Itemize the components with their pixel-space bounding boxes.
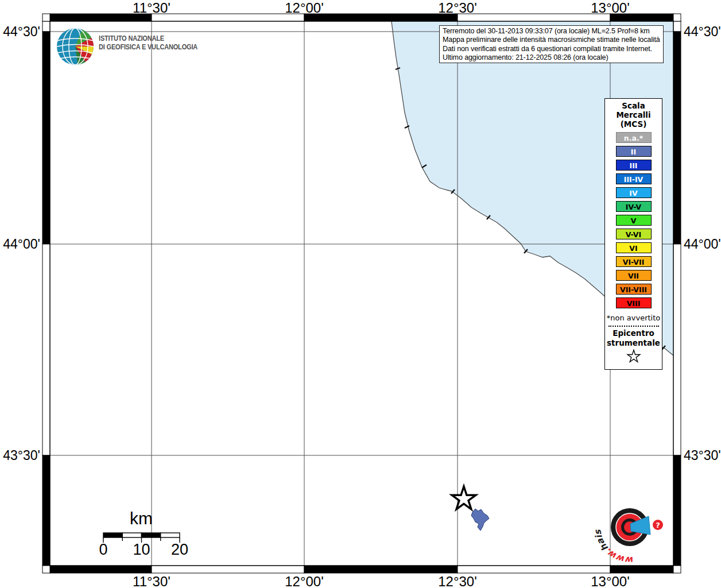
axis-label-top-1: 12°00': [264, 0, 344, 16]
event-info-box: Terremoto del 30-11-2013 09:33:07 (ora l…: [439, 25, 664, 63]
legend-divider: [608, 326, 659, 327]
legend-title-line3: (MCS): [605, 119, 662, 129]
legend-item-na: n.a.*: [616, 132, 652, 143]
axis-label-top-2: 12°30': [417, 0, 498, 16]
epicenter-star: [452, 486, 476, 509]
info-line-data: Dati non verificati estratti da 6 questi…: [443, 45, 660, 53]
legend-epicenter-star-icon: [625, 349, 642, 365]
axis-label-left-2: 43°30': [0, 447, 40, 463]
info-line-map: Mappa preliminare delle intensità macros…: [443, 36, 660, 44]
axis-label-bottom-2: 12°30': [417, 574, 498, 588]
scale-bar-label-10: 10: [125, 541, 159, 559]
legend-item-iii: III: [616, 160, 652, 171]
legend-title-line1: Scala: [605, 101, 662, 110]
hsit-question-mark: ?: [656, 521, 660, 529]
scale-bar-unit: km: [107, 509, 176, 528]
legend-item-ii: II: [616, 146, 652, 157]
axis-label-right-0: 44°30': [684, 24, 721, 40]
axis-label-left-0: 44°30': [0, 24, 40, 40]
legend-footnote: *non avvertito: [605, 314, 662, 322]
legend-items: n.a.* II III III-IV IV IV-V V V-VI VI VI…: [605, 132, 662, 308]
intensity-legend: Scala Mercalli (MCS) n.a.* II III III-IV…: [604, 98, 662, 370]
scale-bar-label-20: 20: [162, 541, 197, 559]
axis-label-right-1: 44°00': [684, 236, 721, 252]
ingv-logo: ISTITUTO NAZIONALE DI GEOFISICA E VULCAN…: [55, 26, 187, 67]
legend-item-vii-viii: VII-VIII: [616, 284, 652, 295]
ingv-name-line1: ISTITUTO NAZIONALE: [99, 34, 197, 43]
axis-label-left-1: 44°00': [0, 236, 40, 252]
legend-item-iii-iv: III-IV: [616, 173, 652, 184]
haisentitoilterremoto-logo: ? www.haisentitoilterremoto.it: [586, 481, 700, 579]
legend-item-vi-vii: VI-VII: [616, 256, 652, 267]
ingv-name-line2: DI GEOFISICA E VULCANOLOGIA: [99, 43, 197, 52]
axis-label-right-2: 43°30': [684, 447, 721, 463]
legend-item-v: V: [616, 215, 652, 226]
legend-item-v-vi: V-VI: [616, 229, 652, 239]
legend-item-iv-v: IV-V: [616, 201, 652, 212]
info-line-event: Terremoto del 30-11-2013 09:33:07 (ora l…: [443, 27, 660, 36]
legend-epicenter-line1: Epicentro: [605, 328, 662, 338]
legend-item-vi: VI: [616, 242, 652, 253]
axis-label-bottom-0: 11°30': [111, 574, 192, 588]
legend-item-iv: IV: [616, 187, 652, 198]
axis-label-top-0: 11°30': [111, 0, 192, 16]
locality-polygon-intensity-II: [471, 509, 489, 531]
legend-item-viii: VIII: [616, 297, 652, 308]
axis-label-top-3: 13°00': [570, 0, 650, 16]
legend-item-vii: VII: [616, 270, 652, 281]
info-line-updated: Ultimo aggiornamento: 21-12-2025 08:26 (…: [443, 53, 660, 62]
legend-title-line2: Mercalli: [605, 110, 662, 119]
axis-label-bottom-1: 12°00': [264, 574, 344, 588]
ingv-globe-icon: [55, 26, 95, 67]
map-page: 11°30' 12°00' 12°30' 13°00' 11°30' 12°00…: [0, 0, 721, 588]
scale-bar-label-0: 0: [86, 541, 121, 559]
legend-epicenter-line2: strumentale: [605, 338, 662, 348]
